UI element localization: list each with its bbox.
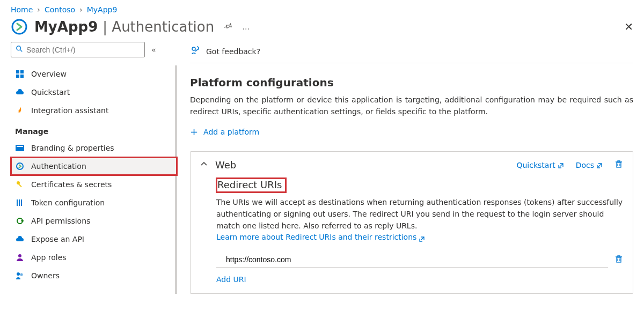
page-title: MyApp9 | Authentication bbox=[34, 19, 214, 35]
delete-uri-icon[interactable] bbox=[614, 255, 623, 265]
feedback-icon bbox=[190, 45, 201, 57]
key-icon bbox=[15, 180, 25, 189]
redirect-uri-row bbox=[216, 252, 623, 268]
branding-icon bbox=[15, 145, 25, 151]
search-icon bbox=[16, 45, 23, 54]
app-roles-icon bbox=[15, 253, 25, 262]
redirect-uris-description: The URIs we will accept as destinations … bbox=[216, 197, 623, 243]
delete-platform-icon[interactable] bbox=[614, 160, 623, 170]
add-platform-button[interactable]: + Add a platform bbox=[190, 117, 633, 146]
breadcrumb-home[interactable]: Home bbox=[11, 5, 33, 14]
platform-configurations-section: Platform configurations Depending on the… bbox=[190, 63, 633, 294]
sidebar-section-manage: Manage bbox=[11, 120, 177, 139]
auth-icon bbox=[15, 162, 25, 171]
sidebar-item-label: Branding & properties bbox=[31, 144, 114, 152]
svg-line-2 bbox=[20, 50, 23, 52]
svg-point-17 bbox=[17, 272, 20, 276]
pin-icon[interactable] bbox=[224, 22, 232, 32]
toolbar: Got feedback? bbox=[190, 42, 633, 63]
collapse-sidebar-icon[interactable]: « bbox=[151, 46, 156, 54]
sidebar-item-certificates[interactable]: Certificates & secrets bbox=[11, 175, 177, 194]
docs-link[interactable]: Docs bbox=[576, 161, 603, 169]
chevron-right-icon: › bbox=[37, 5, 40, 14]
platform-config-description: Depending on the platform or device this… bbox=[190, 94, 633, 117]
sidebar-item-branding[interactable]: Branding & properties bbox=[11, 139, 177, 157]
svg-rect-8 bbox=[17, 146, 23, 147]
api-permissions-icon bbox=[15, 217, 25, 225]
app-registration-icon bbox=[11, 18, 28, 35]
owners-icon bbox=[15, 271, 25, 280]
platform-web-title: Web bbox=[215, 159, 236, 171]
sidebar-item-expose-api[interactable]: Expose an API bbox=[11, 230, 177, 248]
sidebar-item-app-roles[interactable]: App roles bbox=[11, 248, 177, 267]
sidebar-item-label: API permissions bbox=[31, 217, 90, 225]
add-platform-label: Add a platform bbox=[203, 128, 259, 136]
more-icon[interactable]: … bbox=[242, 23, 251, 31]
learn-more-link[interactable]: Learn more about Redirect URIs and their… bbox=[216, 232, 425, 243]
external-link-icon bbox=[558, 162, 564, 168]
svg-point-18 bbox=[20, 273, 23, 276]
header-actions: … bbox=[224, 22, 251, 32]
svg-point-0 bbox=[12, 20, 26, 34]
svg-rect-21 bbox=[617, 257, 621, 262]
svg-rect-4 bbox=[20, 70, 24, 73]
feedback-button[interactable]: Got feedback? bbox=[206, 47, 260, 56]
sidebar-item-token-config[interactable]: Token configuration bbox=[11, 194, 177, 212]
svg-rect-6 bbox=[20, 75, 24, 78]
sidebar-item-quickstart[interactable]: Quickstart bbox=[11, 83, 177, 101]
close-icon[interactable]: ✕ bbox=[624, 20, 633, 33]
external-link-icon bbox=[419, 234, 425, 241]
svg-rect-14 bbox=[21, 199, 22, 206]
expose-api-icon bbox=[15, 236, 25, 242]
chevron-up-icon[interactable] bbox=[200, 160, 208, 169]
svg-point-9 bbox=[17, 163, 23, 169]
svg-rect-3 bbox=[16, 70, 19, 73]
sidebar-item-label: Integration assistant bbox=[31, 106, 108, 115]
quickstart-link[interactable]: Quickstart bbox=[516, 161, 564, 169]
platform-config-heading: Platform configurations bbox=[190, 76, 633, 89]
chevron-right-icon: › bbox=[79, 5, 83, 14]
plus-icon: + bbox=[190, 126, 198, 137]
sidebar-item-label: Expose an API bbox=[31, 235, 84, 243]
sidebar: « Overview Quickstart Integration assist… bbox=[11, 42, 177, 294]
platform-card-web: Web Quickstart Docs bbox=[190, 151, 633, 294]
card-header: Web Quickstart Docs bbox=[200, 159, 623, 171]
svg-rect-7 bbox=[16, 145, 24, 151]
sidebar-item-label: Owners bbox=[31, 271, 60, 280]
main-content: Got feedback? Platform configurations De… bbox=[190, 42, 644, 294]
token-icon bbox=[15, 198, 25, 207]
svg-rect-20 bbox=[617, 162, 621, 167]
cloud-icon bbox=[15, 89, 25, 95]
sidebar-item-authentication[interactable]: Authentication bbox=[11, 157, 177, 175]
sidebar-item-label: App roles bbox=[31, 253, 67, 262]
svg-point-19 bbox=[192, 47, 195, 50]
svg-point-16 bbox=[18, 254, 21, 257]
redirect-uri-input[interactable] bbox=[216, 252, 608, 268]
sidebar-item-label: Overview bbox=[31, 70, 67, 78]
redirect-uris-heading: Redirect URIs bbox=[216, 178, 286, 193]
sidebar-item-overview[interactable]: Overview bbox=[11, 65, 177, 83]
sidebar-item-label: Quickstart bbox=[31, 88, 70, 97]
svg-rect-11 bbox=[18, 183, 22, 187]
sidebar-item-label: Authentication bbox=[31, 162, 86, 171]
svg-rect-12 bbox=[17, 199, 18, 206]
sidebar-item-integration[interactable]: Integration assistant bbox=[11, 101, 177, 120]
sidebar-item-owners[interactable]: Owners bbox=[11, 267, 177, 285]
page-header: MyApp9 | Authentication … ✕ bbox=[0, 16, 644, 42]
breadcrumb-app[interactable]: MyApp9 bbox=[87, 5, 118, 14]
rocket-icon bbox=[15, 106, 25, 115]
search-input[interactable] bbox=[26, 46, 140, 54]
sidebar-item-api-permissions[interactable]: API permissions bbox=[11, 212, 177, 230]
overview-icon bbox=[15, 70, 25, 78]
breadcrumb: Home › Contoso › MyApp9 bbox=[0, 0, 644, 16]
sidebar-item-label: Token configuration bbox=[31, 198, 105, 207]
external-link-icon bbox=[596, 162, 603, 168]
add-uri-link[interactable]: Add URI bbox=[216, 275, 246, 284]
breadcrumb-tenant[interactable]: Contoso bbox=[45, 5, 75, 14]
sidebar-item-label: Certificates & secrets bbox=[31, 180, 112, 189]
search-input-wrapper[interactable] bbox=[11, 42, 145, 57]
svg-point-1 bbox=[17, 46, 21, 50]
svg-rect-5 bbox=[16, 75, 19, 78]
svg-rect-13 bbox=[19, 199, 20, 206]
